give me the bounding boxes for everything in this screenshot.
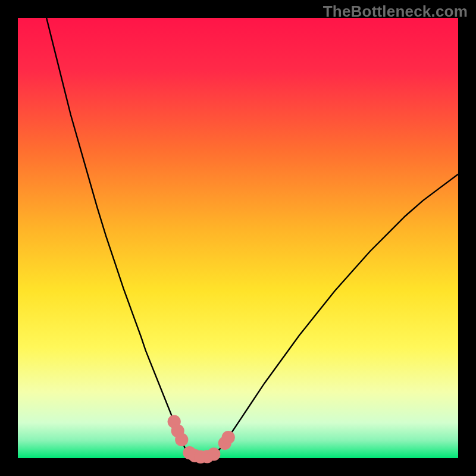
bottleneck-curve	[46, 18, 458, 457]
curve-layer	[18, 18, 458, 458]
highlight-marker	[222, 431, 235, 444]
plot-area	[18, 18, 458, 458]
chart-frame: TheBottleneck.com	[0, 0, 476, 476]
highlight-marker	[207, 447, 220, 461]
watermark-text: TheBottleneck.com	[323, 2, 468, 21]
highlight-marker	[175, 433, 188, 446]
